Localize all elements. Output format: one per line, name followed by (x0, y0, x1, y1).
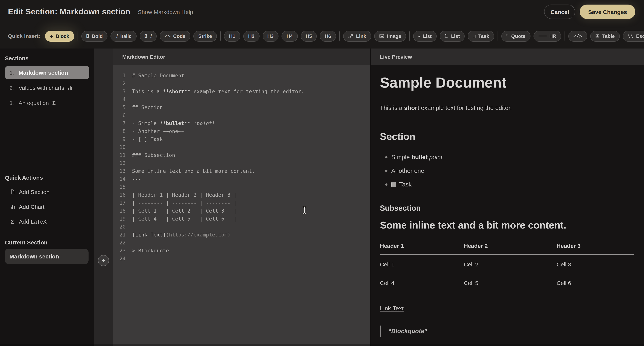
quick-actions-heading: Quick Actions (5, 174, 89, 182)
quick-action-add-latex[interactable]: ΣAdd LaTeX (5, 216, 89, 227)
live-preview-panel: Live Preview Sample Document This is a s… (370, 49, 644, 346)
toolbar-button-h5[interactable]: H5 (301, 31, 317, 42)
line-content: ## Section (132, 103, 163, 111)
editor-line: 23> Blockquote (113, 247, 370, 255)
sidebar-section-item-values-with-charts[interactable]: 2.Values with charts (5, 81, 89, 94)
toolbar-button-task[interactable]: □Task (468, 31, 494, 42)
line-number: 24 (113, 255, 126, 263)
line-content: | Cell 4 | Cell 5 | Cell 6 | (132, 215, 237, 223)
quick-insert-label: Quick Insert: (8, 33, 40, 39)
toolbar-button-h4[interactable]: H4 (282, 31, 298, 42)
bar-chart-icon (10, 204, 16, 209)
line-number: 20 (113, 223, 126, 231)
link-icon (348, 33, 354, 39)
line-content: This is a **short** example text for tes… (132, 88, 304, 95)
editor-line: 14--- (113, 175, 370, 183)
toolbar-button-h6[interactable]: H6 (320, 31, 336, 42)
toolbar-button-block[interactable]: +Block (45, 31, 74, 42)
toolbar-button-escape[interactable]: \\Escape (622, 31, 644, 42)
line-content: - Simple **bullet** *point* (132, 119, 215, 127)
task-checkbox-icon (391, 182, 396, 187)
code-block-icon: </> (574, 33, 582, 39)
preview-paragraph: This is a short example text for testing… (380, 104, 634, 112)
toolbar-button-label: H1 (229, 33, 235, 39)
toolbar-button-link[interactable]: Link (343, 31, 371, 42)
sidebar-section-item-markdown-section[interactable]: 1.Markdown section (5, 66, 89, 79)
preview-panel-header: Live Preview (371, 49, 644, 65)
text-cursor-icon (302, 206, 307, 214)
ordered-icon: 1. (444, 33, 448, 39)
save-changes-button[interactable]: Save Changes (580, 5, 635, 19)
editor-line: 4 (113, 95, 370, 103)
bullet-icon: • (418, 33, 420, 39)
toolbar-button-h1[interactable]: H1 (224, 31, 240, 42)
toolbar-button-quote[interactable]: "Quote (501, 31, 530, 42)
line-content: Some inline text and a bit more content. (132, 167, 255, 175)
sections-heading: Sections (5, 55, 89, 62)
preview-table-cell: Cell 1 (380, 254, 464, 273)
line-number: 11 (113, 151, 126, 159)
editor-line: 10 (113, 143, 370, 151)
preview-link[interactable]: Link Text (380, 305, 404, 312)
editor-line: 2 (113, 80, 370, 88)
image-icon (379, 33, 384, 39)
sidebar-section-item-an-equation[interactable]: 3.An equationΣ (5, 96, 89, 109)
toolbar-button-h3[interactable]: H3 (262, 31, 278, 42)
italic-icon: I (116, 33, 118, 39)
toolbar-button-label: H2 (248, 33, 254, 39)
toolbar-button-code[interactable]: <>Code (160, 31, 190, 42)
cancel-button[interactable]: Cancel (544, 5, 575, 19)
toolbar-group: "QuoteHR (501, 31, 561, 42)
toolbar-button-strike[interactable]: Strike (193, 31, 217, 42)
preview-list-item: Simple bullet point (380, 153, 634, 161)
line-number: 5 (113, 103, 126, 111)
add-block-button[interactable]: + (98, 255, 109, 266)
line-number: 3 (113, 88, 126, 95)
markdown-editor-textarea[interactable]: 1# Sample Document23This is a **short** … (113, 65, 370, 346)
toolbar-separator (220, 32, 221, 41)
editor-line: 24 (113, 255, 370, 263)
toolbar-button-ordered-list[interactable]: 1.List (440, 31, 465, 42)
toolbar-separator (410, 32, 410, 41)
line-number: 7 (113, 119, 126, 127)
toolbar-button-label: Strike (198, 33, 212, 39)
toolbar-button-label: H6 (325, 33, 331, 39)
toolbar-button-label: Link (356, 33, 366, 39)
line-number: 17 (113, 199, 126, 207)
toolbar-button-bold[interactable]: BBold (81, 31, 108, 42)
editor-line: 19| Cell 4 | Cell 5 | Cell 6 | (113, 215, 370, 223)
sections-block: Sections 1.Markdown section2.Values with… (0, 49, 94, 169)
toolbar-buttons: +BlockBBoldIItalicBI<>CodeStrikeH1H2H3H4… (45, 31, 644, 42)
editor-line: 6 (113, 111, 370, 119)
line-number: 22 (113, 239, 126, 247)
toolbar-button-image[interactable]: Image (374, 31, 406, 42)
preview-list-item: Task (380, 181, 634, 189)
toolbar-group: •List1.List□Task (414, 31, 494, 42)
toolbar-separator (565, 32, 565, 41)
line-number: 9 (113, 135, 126, 143)
editor-line: 3This is a **short** example text for te… (113, 88, 370, 95)
preview-h2: Section (380, 130, 634, 142)
toolbar-button-table[interactable]: ⊞Table (590, 31, 620, 42)
quick-action-add-section[interactable]: Add Section (5, 186, 89, 198)
preview-table-cell: Cell 5 (464, 273, 557, 291)
editor-line: 13Some inline text and a bit more conten… (113, 167, 370, 175)
toolbar-button-bold-italic[interactable]: BI (140, 31, 157, 42)
quick-action-add-chart[interactable]: Add Chart (5, 201, 89, 212)
toolbar-button-label: Block (56, 33, 69, 39)
quick-action-label: Add Chart (19, 203, 44, 210)
editor-line: 7- Simple **bullet** *point* (113, 119, 370, 127)
line-number: 10 (113, 143, 126, 151)
toolbar-button-italic[interactable]: IItalic (111, 31, 136, 42)
editor-line: 21[Link Text](https://example.com) (113, 231, 370, 239)
toolbar-button-bullet-list[interactable]: •List (414, 31, 437, 42)
sidebar: Sections 1.Markdown section2.Values with… (0, 49, 94, 346)
line-number: 2 (113, 80, 126, 88)
toolbar-button-code-block[interactable]: </> (568, 31, 587, 42)
sections-list: 1.Markdown section2.Values with charts3.… (5, 66, 89, 109)
toolbar-button-label: Bold (92, 33, 103, 39)
toolbar-button-hr[interactable]: HR (533, 31, 561, 42)
preview-setext-heading: Some inline text and a bit more content. (380, 219, 634, 231)
show-markdown-help-link[interactable]: Show Markdown Help (138, 9, 193, 15)
toolbar-button-h2[interactable]: H2 (243, 31, 260, 42)
